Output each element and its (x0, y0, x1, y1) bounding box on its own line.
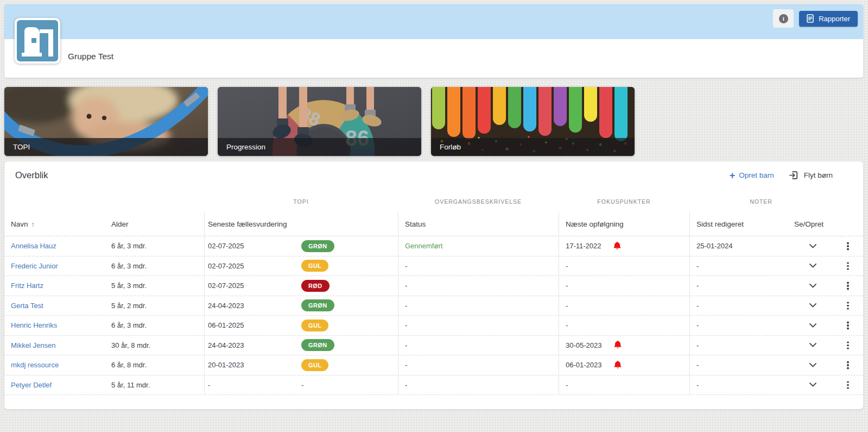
forlob-card[interactable]: Forløb (431, 87, 635, 156)
topi-badge: GUL (295, 256, 398, 276)
overview-header: Overblik + Opret barn Flyt børn (4, 161, 863, 191)
table-row: Henric Henriks 6 år, 3 mdr. 06-01-2025 G… (4, 316, 863, 336)
table-column-header-row: Navn ↑ Alder Seneste fællesvurdering Sta… (4, 212, 863, 236)
last-edited-date: - (689, 336, 793, 355)
table-row: mkdj ressource 6 år, 8 mdr. 20-01-2023 G… (4, 355, 863, 375)
chevron-down-icon (809, 383, 816, 387)
row-menu-button[interactable] (833, 375, 863, 395)
topi-badge: GRØN (295, 336, 398, 355)
move-children-button[interactable]: Flyt børn (789, 171, 833, 180)
row-menu-button[interactable] (833, 276, 863, 296)
assessment-date: - (204, 375, 295, 395)
child-name-link[interactable]: Gerta Test (11, 302, 43, 310)
transition-status: - (398, 355, 559, 375)
assessment-date: 24-04-2023 (204, 336, 295, 355)
chevron-down-icon (809, 323, 816, 328)
kebab-menu-icon (847, 324, 849, 327)
kebab-menu-icon (847, 305, 849, 307)
expand-row-button[interactable] (793, 316, 833, 335)
assessment-date: 02-07-2025 (204, 256, 295, 276)
next-followup: 06-01-2023 (559, 355, 689, 375)
child-name-link[interactable]: Henric Henriks (11, 321, 57, 329)
chevron-down-icon (809, 284, 816, 288)
table-body: Annelisa Hauz 6 år, 3 mdr. 02-07-2025 GR… (4, 236, 863, 395)
last-edited-date: - (689, 316, 793, 335)
row-menu-button[interactable] (833, 336, 863, 355)
child-name-link[interactable]: Frederic Junior (11, 262, 58, 270)
transition-status: - (398, 375, 559, 395)
child-name-link[interactable]: Petyer Detlef (11, 381, 52, 389)
forlob-card-label: Forløb (431, 138, 635, 156)
kebab-menu-icon (847, 285, 849, 287)
progression-card-label: Progression (218, 138, 421, 156)
child-name-link[interactable]: Mikkel Jensen (11, 341, 55, 349)
topi-badge: GRØN (295, 296, 398, 316)
assessment-date: 02-07-2025 (204, 276, 295, 296)
move-icon (789, 171, 799, 180)
page-title: Gruppe Test (68, 52, 113, 61)
rapporter-button[interactable]: Rapporter (799, 11, 858, 27)
followup-date: - (566, 321, 568, 329)
table-row: Petyer Detlef 5 år, 11 mdr. - - - - - (4, 375, 863, 396)
table-row: Gerta Test 5 år, 2 mdr. 24-04-2023 GRØN … (4, 296, 863, 316)
next-followup: 17-11-2022 (559, 236, 689, 256)
table-row: Fritz Hartz 5 år, 3 mdr. 02-07-2025 RØD … (4, 276, 863, 296)
row-menu-button[interactable] (833, 355, 863, 375)
child-age: 6 år, 3 mdr. (106, 236, 204, 256)
child-name-link[interactable]: mkdj ressource (11, 361, 59, 369)
kebab-menu-icon (847, 265, 849, 267)
chevron-down-icon (809, 264, 816, 268)
next-followup: - (559, 276, 689, 296)
topi-card-label: TOPI (4, 138, 208, 156)
kebab-menu-icon (847, 384, 849, 386)
last-edited-date: 25-01-2024 (689, 236, 793, 256)
column-header-next-followup: Næste opfølgning (559, 212, 689, 236)
chevron-down-icon (809, 303, 816, 308)
group-header-focus: FOKUSPUNKTER (559, 198, 689, 205)
expand-row-button[interactable] (793, 355, 833, 375)
topi-card[interactable]: TOPI (4, 87, 208, 156)
row-menu-button[interactable] (833, 316, 863, 335)
last-edited-date: - (689, 296, 793, 316)
child-name-link[interactable]: Annelisa Hauz (11, 242, 56, 250)
child-age: 5 år, 2 mdr. (106, 296, 204, 316)
table-group-header-row: TOPI OVERGANGSBESKRIVELSE FOKUSPUNKTER N… (4, 191, 863, 212)
assessment-date: 20-01-2023 (204, 355, 295, 375)
child-age: 6 år, 3 mdr. (106, 316, 204, 335)
kebab-menu-icon (847, 345, 849, 347)
row-menu-button[interactable] (833, 236, 863, 256)
info-button[interactable]: i (773, 9, 794, 28)
last-edited-date: - (689, 375, 793, 395)
expand-row-button[interactable] (793, 336, 833, 355)
expand-row-button[interactable] (793, 375, 833, 395)
nav-cards: TOPI 88 86 (4, 87, 635, 156)
progression-card[interactable]: 88 86 Progression (218, 87, 421, 156)
row-menu-button[interactable] (833, 256, 863, 276)
plus-icon: + (730, 172, 736, 179)
overview-panel: Overblik + Opret barn Flyt børn TOPI (4, 161, 863, 409)
topi-badge: - (295, 375, 398, 395)
create-child-button[interactable]: + Opret barn (730, 171, 774, 179)
assessment-date: 02-07-2025 (204, 236, 295, 256)
expand-row-button[interactable] (793, 256, 833, 276)
followup-date: - (566, 281, 568, 290)
table-row: Mikkel Jensen 30 år, 8 mdr. 24-04-2023 G… (4, 336, 863, 356)
child-name-link[interactable]: Fritz Hartz (11, 281, 43, 290)
column-header-age: Alder (106, 212, 204, 236)
create-child-label: Opret barn (739, 171, 774, 179)
expand-row-button[interactable] (793, 296, 833, 316)
info-icon: i (779, 14, 788, 23)
transition-status: - (398, 336, 559, 355)
expand-row-button[interactable] (793, 236, 833, 256)
next-followup: - (559, 375, 689, 395)
group-header-card: Gruppe Test i Rapporter (4, 4, 863, 78)
column-header-name[interactable]: Navn ↑ (4, 212, 106, 236)
column-header-see-create: Se/Opret (793, 212, 833, 236)
followup-date: - (566, 381, 568, 389)
row-menu-button[interactable] (833, 296, 863, 316)
expand-row-button[interactable] (793, 276, 833, 296)
transition-status: - (398, 276, 559, 296)
chevron-down-icon (809, 363, 816, 367)
child-age: 6 år, 8 mdr. (106, 355, 204, 375)
report-document-icon (807, 14, 814, 23)
